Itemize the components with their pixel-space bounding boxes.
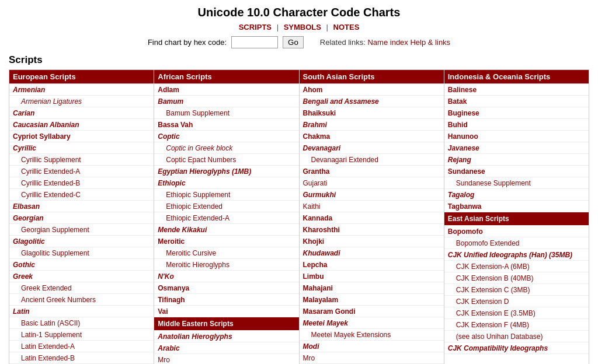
script-link[interactable]: Tagbanwa: [448, 202, 482, 211]
script-link[interactable]: Glagolitic Supplement: [21, 249, 89, 257]
script-link[interactable]: Greek Extended: [21, 284, 72, 292]
script-link[interactable]: Gujarati: [303, 179, 328, 187]
script-link[interactable]: CJK Extension D: [456, 298, 509, 306]
script-link[interactable]: Latin: [13, 307, 30, 316]
script-link[interactable]: Bengali and Assamese: [303, 97, 379, 106]
script-link[interactable]: Limbu: [303, 272, 324, 281]
script-link[interactable]: Rejang: [448, 156, 471, 164]
script-link[interactable]: Gurmukhi: [303, 191, 336, 199]
script-link[interactable]: Tagalog: [448, 191, 475, 199]
script-link[interactable]: CJK Extension B (40MB): [456, 274, 534, 282]
script-link[interactable]: Georgian Supplement: [21, 226, 89, 234]
script-link[interactable]: Basic Latin (ASCII): [21, 319, 80, 327]
nav-scripts[interactable]: SCRIPTS: [239, 23, 272, 32]
script-link[interactable]: Meroitic Hieroglyphs: [166, 261, 230, 269]
script-link[interactable]: Meroitic Cursive: [166, 249, 216, 257]
script-link[interactable]: Latin-1 Supplement: [21, 331, 82, 339]
script-link[interactable]: Cyrillic Extended-B: [21, 179, 80, 187]
script-link[interactable]: Armenian Ligatures: [21, 97, 82, 106]
script-link[interactable]: Meroitic: [158, 237, 185, 246]
script-link[interactable]: Arabic: [158, 344, 179, 352]
script-link[interactable]: Mahajani: [303, 284, 333, 292]
nav-notes[interactable]: NOTES: [333, 23, 360, 32]
script-link[interactable]: Coptic in Greek block: [166, 144, 232, 152]
script-link[interactable]: Adlam: [158, 86, 179, 94]
script-link[interactable]: Latin Extended-B: [21, 354, 75, 362]
script-link[interactable]: Cypriot Syllabary: [13, 132, 71, 141]
script-link[interactable]: Cyrillic Extended-C: [21, 191, 81, 199]
script-link[interactable]: Kannada: [303, 214, 333, 222]
script-link[interactable]: Bamum Supplement: [166, 109, 230, 117]
script-link[interactable]: Sundanese Supplement: [456, 179, 531, 187]
script-link[interactable]: Coptic: [158, 132, 179, 141]
script-link[interactable]: Georgian: [13, 214, 44, 222]
script-link[interactable]: Sundanese: [448, 167, 485, 176]
script-link[interactable]: CJK Extension F (4MB): [456, 321, 529, 329]
hex-input[interactable]: [231, 36, 278, 48]
script-link[interactable]: Glagolitic: [13, 237, 45, 246]
script-link[interactable]: Mro: [303, 354, 315, 362]
script-link[interactable]: Ahom: [303, 86, 323, 94]
script-link[interactable]: Ethiopic Extended-A: [166, 214, 230, 222]
script-link[interactable]: Balinese: [448, 86, 477, 94]
go-button[interactable]: Go: [283, 36, 304, 48]
script-link[interactable]: Ethiopic Supplement: [166, 191, 230, 199]
name-index-link[interactable]: Name index: [367, 38, 408, 47]
script-link[interactable]: Chakma: [303, 132, 331, 141]
script-link[interactable]: Javanese: [448, 144, 479, 152]
script-link[interactable]: Meetei Mayek: [303, 319, 348, 327]
script-link[interactable]: Devanagari Extended: [311, 156, 378, 164]
script-link[interactable]: N'Ko: [158, 272, 174, 281]
script-link[interactable]: Meetei Mayek Extensions: [311, 331, 391, 339]
script-link[interactable]: Osmanya: [158, 284, 189, 292]
script-link[interactable]: Masaram Gondi: [303, 307, 356, 316]
script-link[interactable]: CJK Extension C (3MB): [456, 286, 530, 294]
script-link[interactable]: CJK Compatibility Ideographs: [448, 344, 548, 352]
script-link[interactable]: CJK Extension E (3.5MB): [456, 309, 536, 317]
script-link[interactable]: Kaithi: [303, 202, 321, 211]
script-link[interactable]: CJK Unified Ideographs (Han) (35MB): [448, 251, 572, 259]
script-link[interactable]: Hanunoo: [448, 132, 478, 141]
script-link[interactable]: Coptic Epact Numbers: [166, 156, 236, 164]
script-link[interactable]: Greek: [13, 272, 33, 281]
script-link[interactable]: Elbasan: [13, 202, 40, 211]
script-link[interactable]: Devanagari: [303, 144, 341, 152]
script-link[interactable]: Tifinagh: [158, 296, 185, 304]
script-link[interactable]: Brahmi: [303, 121, 327, 129]
nav-symbols[interactable]: SYMBOLS: [284, 23, 321, 32]
help-links-link[interactable]: Help & links: [410, 38, 450, 47]
script-link[interactable]: Khudawadi: [303, 249, 340, 257]
script-link[interactable]: Mro: [158, 356, 170, 364]
script-link[interactable]: Armenian: [13, 86, 45, 94]
script-link[interactable]: Cyrillic Extended-A: [21, 167, 80, 176]
script-link[interactable]: Gothic: [13, 261, 35, 269]
script-link[interactable]: Bamum: [158, 97, 183, 106]
script-link[interactable]: CJK Extension-A (6MB): [456, 262, 530, 271]
script-link[interactable]: Lepcha: [303, 261, 328, 269]
script-link[interactable]: Ethiopic Extended: [166, 202, 222, 211]
script-link[interactable]: Malayalam: [303, 296, 339, 304]
script-link[interactable]: Khojki: [303, 237, 325, 246]
script-link[interactable]: Buginese: [448, 109, 479, 117]
script-link[interactable]: (see also Unihan Database): [456, 332, 543, 341]
script-link[interactable]: Vai: [158, 307, 168, 316]
script-link[interactable]: Anatolian Hieroglyphs: [158, 332, 232, 341]
script-link[interactable]: Grantha: [303, 167, 330, 176]
script-link[interactable]: Caucasian Albanian: [13, 121, 79, 129]
script-link[interactable]: Bassa Vah: [158, 121, 193, 129]
script-link[interactable]: Latin Extended-A: [21, 342, 75, 351]
script-link[interactable]: Bopomofo Extended: [456, 239, 520, 247]
script-link[interactable]: Mende Kikakui: [158, 226, 207, 234]
script-link[interactable]: Buhid: [448, 121, 468, 129]
script-link[interactable]: Cyrillic: [13, 144, 36, 152]
script-link[interactable]: Modi: [303, 342, 319, 351]
script-link[interactable]: Bopomofo: [448, 228, 483, 236]
script-link[interactable]: Ancient Greek Numbers: [21, 296, 96, 304]
script-link[interactable]: Egyptian Hieroglyphs (1MB): [158, 167, 251, 176]
script-link[interactable]: Bhaiksuki: [303, 109, 336, 117]
script-link[interactable]: Cyrillic Supplement: [21, 156, 81, 164]
script-link[interactable]: Batak: [448, 97, 467, 106]
script-link[interactable]: Kharoshthi: [303, 226, 340, 234]
script-link[interactable]: Ethiopic: [158, 179, 185, 187]
script-link[interactable]: Carian: [13, 109, 34, 117]
